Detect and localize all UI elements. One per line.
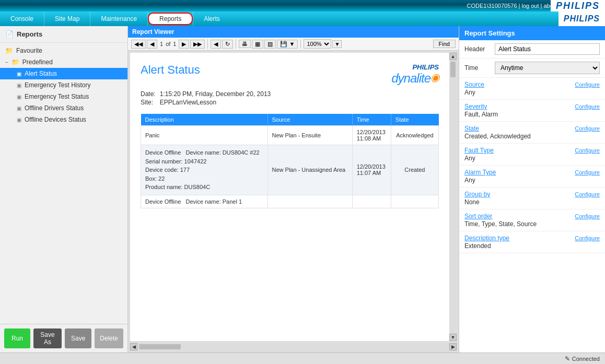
run-button[interactable]: Run bbox=[4, 328, 30, 348]
hscroll-right-btn[interactable]: ▶ bbox=[449, 343, 457, 350]
find-btn[interactable]: Find bbox=[433, 40, 456, 48]
settings-section-group-by: Group by Configure None bbox=[459, 187, 605, 209]
settings-link-group-by[interactable]: Group by bbox=[464, 191, 490, 198]
tree-emergency-history[interactable]: ▣ Emergency Test History bbox=[0, 79, 127, 91]
settings-link-sort-order[interactable]: Sort order bbox=[464, 213, 492, 220]
doc-icon-2: ▣ bbox=[17, 83, 21, 88]
col-source: Source bbox=[267, 114, 352, 126]
settings-section-description-type: Description type Configure Extended bbox=[459, 231, 605, 253]
export-btn[interactable]: 💾 ▼ bbox=[277, 40, 298, 49]
last-page-btn[interactable]: ▶▶ bbox=[190, 40, 205, 49]
settings-section-sort-order: Sort order Configure Time, Type, State, … bbox=[459, 209, 605, 231]
settings-value-sort-order: Time, Type, State, Source bbox=[464, 220, 600, 228]
row3-description: Device Offline Device name: Panel 1 bbox=[141, 195, 268, 208]
next-page-btn[interactable]: ▶ bbox=[179, 40, 189, 49]
tree-alert-status[interactable]: ▣ Alert Status bbox=[0, 68, 127, 79]
settings-value-source: Any bbox=[464, 89, 600, 96]
settings-link-fault-type[interactable]: Fault Type bbox=[464, 147, 494, 154]
scroll-up-btn[interactable]: ▲ bbox=[449, 53, 457, 60]
row1-time: 12/20/201311:08 AM bbox=[352, 126, 391, 145]
doc-icon-4: ▣ bbox=[17, 105, 21, 111]
settings-link-state[interactable]: State bbox=[464, 125, 479, 132]
tree-favourite[interactable]: 📁 Favourite bbox=[0, 45, 127, 56]
table-row: Panic New Plan - Ensuite 12/20/201311:08… bbox=[141, 126, 439, 145]
page-of: of bbox=[166, 41, 170, 47]
page-total: 1 bbox=[171, 41, 178, 47]
tree-predefined[interactable]: − 📁 Predefined bbox=[0, 56, 127, 68]
row1-description: Panic bbox=[141, 126, 268, 145]
tree-offline-devices-label: Offline Devices Status bbox=[25, 116, 86, 123]
settings-link-source[interactable]: Source bbox=[464, 81, 484, 88]
reports-icon: 📄 bbox=[5, 30, 14, 38]
minus-icon: − bbox=[5, 60, 8, 65]
tree-offline-drivers[interactable]: ▣ Offline Drivers Status bbox=[0, 102, 127, 114]
save-as-button[interactable]: Save As bbox=[33, 328, 62, 348]
first-page-btn[interactable]: ◀◀ bbox=[131, 40, 146, 49]
row3-source bbox=[267, 195, 352, 208]
delete-button[interactable]: Delete bbox=[95, 328, 123, 348]
configure-fault-type[interactable]: Configure bbox=[575, 147, 600, 154]
scroll-down-btn[interactable]: ▼ bbox=[449, 334, 457, 341]
configure-source[interactable]: Configure bbox=[575, 81, 600, 88]
hscroll-left-btn[interactable]: ◀ bbox=[130, 343, 137, 350]
configure-severity[interactable]: Configure bbox=[575, 103, 600, 110]
time-field-label: Time bbox=[464, 64, 491, 72]
header-input[interactable] bbox=[495, 43, 600, 55]
tree-emergency-status-label: Emergency Test Status bbox=[25, 93, 89, 100]
doc-icon-3: ▣ bbox=[17, 94, 21, 100]
tab-maintenance[interactable]: Maintenance bbox=[90, 11, 148, 26]
tab-sitemap[interactable]: Site Map bbox=[44, 11, 90, 26]
configure-alarm-type[interactable]: Configure bbox=[575, 169, 600, 175]
hscroll-thumb[interactable] bbox=[139, 344, 181, 349]
row2-source: New Plan - Unassigned Area bbox=[267, 145, 352, 195]
settings-section-fault-type: Fault Type Configure Any bbox=[459, 144, 605, 166]
scroll-thumb[interactable] bbox=[450, 62, 456, 77]
table-row: Device Offline Device name: Panel 1 bbox=[141, 195, 439, 208]
settings-section-alarm-type: Alarm Type Configure Any bbox=[459, 166, 605, 187]
doc-icon-5: ▣ bbox=[17, 117, 21, 123]
settings-link-description-type[interactable]: Description type bbox=[464, 234, 509, 242]
layout-btn1[interactable]: ▦ bbox=[252, 40, 263, 49]
tab-console[interactable]: Console bbox=[0, 11, 44, 26]
settings-section-source: Source Configure Any bbox=[459, 78, 605, 100]
save-button[interactable]: Save bbox=[65, 328, 91, 348]
col-time: Time bbox=[352, 114, 391, 126]
configure-sort-order[interactable]: Configure bbox=[575, 213, 600, 219]
philips-brand: PHILIPS bbox=[391, 63, 439, 71]
settings-value-state: Created, Acknowledged bbox=[464, 133, 600, 140]
tree-emergency-history-label: Emergency Test History bbox=[25, 81, 91, 89]
tab-reports[interactable]: Reports bbox=[148, 13, 193, 25]
back-btn[interactable]: ◀ bbox=[211, 40, 221, 49]
settings-link-alarm-type[interactable]: Alarm Type bbox=[464, 169, 496, 176]
configure-group-by[interactable]: Configure bbox=[575, 191, 600, 197]
tree-offline-devices[interactable]: ▣ Offline Devices Status bbox=[0, 114, 127, 125]
print-btn[interactable]: 🖶 bbox=[239, 40, 251, 48]
settings-value-fault-type: Any bbox=[464, 155, 600, 162]
row1-state: Acknowledged bbox=[391, 126, 438, 145]
row2-description: Device Offline Device name: DUS804C #22 … bbox=[141, 145, 268, 195]
pencil-icon: ✎ bbox=[565, 355, 570, 362]
report-viewer-header: Report Viewer bbox=[128, 26, 459, 38]
date-value: 1:15:20 PM, Friday, December 20, 2013 bbox=[160, 90, 271, 98]
prev-page-btn[interactable]: ◀ bbox=[147, 40, 157, 49]
configure-state[interactable]: Configure bbox=[575, 125, 600, 132]
row2-state: Created bbox=[391, 145, 438, 195]
settings-value-group-by: None bbox=[464, 198, 600, 206]
reports-tab-label: Reports bbox=[159, 15, 181, 22]
tree-favourite-label: Favourite bbox=[16, 47, 42, 54]
row2-time: 12/20/201311:07 AM bbox=[352, 145, 391, 195]
page-current: 1 bbox=[158, 41, 165, 47]
row3-time bbox=[352, 195, 391, 208]
tab-alerts[interactable]: Alerts bbox=[193, 11, 230, 26]
layout-btn2[interactable]: ▨ bbox=[264, 40, 276, 49]
time-select[interactable]: Anytime Today This Week This Month bbox=[495, 62, 600, 74]
settings-section-state: State Configure Created, Acknowledged bbox=[459, 122, 605, 144]
zoom-dropdown-btn[interactable]: ▼ bbox=[332, 40, 342, 48]
left-panel-title: Reports bbox=[17, 30, 42, 38]
header-field-label: Header bbox=[464, 45, 491, 53]
tree-emergency-status[interactable]: ▣ Emergency Test Status bbox=[0, 91, 127, 102]
zoom-select[interactable]: 100% 75% 150% bbox=[304, 39, 331, 49]
configure-description-type[interactable]: Configure bbox=[575, 235, 600, 241]
settings-link-severity[interactable]: Severity bbox=[464, 103, 487, 110]
refresh-btn[interactable]: ↻ bbox=[222, 40, 233, 49]
